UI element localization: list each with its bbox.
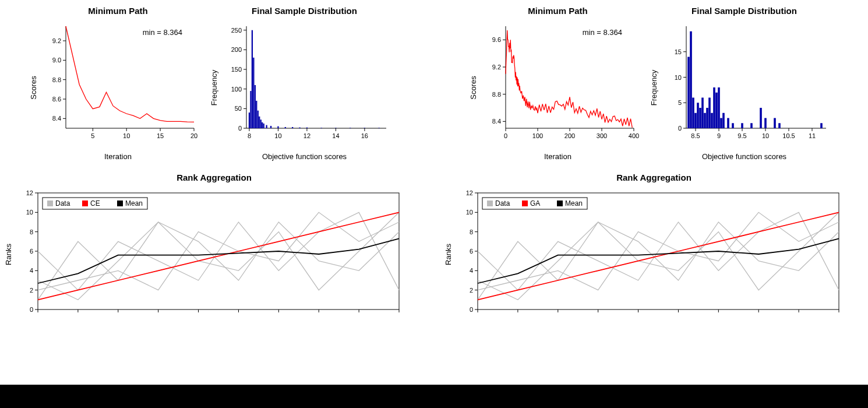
- chart-hist-right: Final Sample Distribution Frequency 8.59…: [657, 6, 832, 161]
- svg-rect-118: [722, 113, 725, 128]
- svg-text:8.4: 8.4: [492, 118, 500, 125]
- svg-rect-56: [292, 127, 293, 128]
- svg-rect-110: [704, 113, 706, 128]
- svg-text:2: 2: [470, 287, 473, 294]
- svg-text:min = 8.364: min = 8.364: [142, 28, 182, 37]
- svg-text:9.6: 9.6: [492, 36, 500, 43]
- svg-rect-59: [320, 128, 322, 128]
- x-axis-label: Iteration: [37, 152, 200, 161]
- svg-text:8.6: 8.6: [52, 96, 61, 103]
- top-left-group: Minimum Path Scores 51015208.48.68.89.09…: [12, 6, 417, 161]
- x-axis-label: Iteration: [477, 152, 640, 161]
- svg-rect-125: [774, 118, 776, 129]
- svg-text:8: 8: [470, 228, 473, 235]
- svg-rect-106: [694, 113, 697, 128]
- svg-rect-46: [256, 101, 257, 128]
- svg-rect-53: [270, 126, 271, 128]
- svg-text:16: 16: [361, 132, 368, 139]
- svg-text:11: 11: [808, 132, 815, 139]
- svg-text:12: 12: [466, 189, 473, 196]
- svg-rect-123: [760, 108, 762, 128]
- svg-text:10: 10: [761, 132, 768, 139]
- chart-title: Minimum Path: [477, 6, 640, 16]
- svg-text:12: 12: [26, 189, 33, 196]
- svg-text:250: 250: [231, 27, 241, 34]
- svg-text:400: 400: [628, 132, 638, 139]
- svg-rect-42: [250, 91, 251, 128]
- svg-rect-111: [706, 108, 708, 128]
- svg-rect-61: [350, 128, 351, 128]
- svg-text:0: 0: [470, 306, 473, 313]
- svg-rect-57: [299, 128, 300, 128]
- svg-text:200: 200: [231, 46, 241, 53]
- svg-text:10: 10: [123, 132, 130, 139]
- chart-title: Final Sample Distribution: [217, 6, 392, 16]
- svg-text:10: 10: [466, 209, 473, 216]
- svg-text:GA: GA: [530, 199, 540, 207]
- svg-text:Data: Data: [495, 199, 510, 207]
- svg-text:8: 8: [247, 132, 250, 139]
- chart-title: Rank Aggregation: [451, 173, 856, 182]
- svg-text:14: 14: [332, 132, 339, 139]
- svg-text:min = 8.364: min = 8.364: [582, 28, 622, 37]
- svg-text:9: 9: [717, 132, 720, 139]
- svg-rect-43: [251, 30, 252, 128]
- svg-text:Mean: Mean: [125, 199, 143, 207]
- chart-title: Rank Aggregation: [12, 173, 417, 182]
- svg-text:5: 5: [678, 99, 681, 106]
- svg-rect-121: [741, 123, 743, 128]
- svg-text:10: 10: [26, 209, 33, 216]
- svg-text:15: 15: [674, 48, 681, 55]
- chart-svg: 810121416050100150200250: [217, 20, 392, 149]
- y-axis-label: Ranks: [444, 244, 453, 265]
- svg-rect-113: [711, 113, 713, 128]
- svg-rect-114: [713, 87, 715, 128]
- chart-svg: 01002003004008.48.89.29.6min = 8.364: [477, 20, 640, 149]
- svg-rect-58: [306, 128, 307, 128]
- chart-rank-agg-right: Rank Aggregation Ranks 024681012DataGAMe…: [451, 173, 856, 327]
- svg-rect-51: [263, 124, 264, 128]
- svg-rect-188: [522, 201, 528, 206]
- svg-rect-105: [692, 98, 694, 129]
- svg-text:0: 0: [238, 125, 241, 132]
- svg-rect-47: [257, 111, 258, 128]
- chart-svg: 024681012DataGAMean: [451, 187, 848, 327]
- chart-title: Final Sample Distribution: [657, 6, 832, 16]
- svg-rect-60: [335, 128, 336, 128]
- svg-text:8: 8: [30, 228, 33, 235]
- svg-rect-48: [259, 117, 260, 128]
- svg-rect-156: [82, 201, 88, 206]
- svg-rect-50: [262, 122, 263, 128]
- chart-svg: 024681012DataCEMean: [12, 187, 408, 327]
- svg-text:9.0: 9.0: [52, 57, 61, 64]
- svg-text:2: 2: [30, 287, 33, 294]
- y-axis-label: Frequency: [209, 70, 218, 105]
- chart-min-path-left: Minimum Path Scores 51015208.48.68.89.09…: [37, 6, 200, 161]
- svg-rect-186: [487, 201, 493, 206]
- svg-text:20: 20: [190, 132, 197, 139]
- svg-rect-54: [277, 126, 278, 128]
- svg-text:10: 10: [674, 74, 681, 81]
- svg-text:6: 6: [470, 248, 473, 255]
- svg-rect-104: [690, 31, 692, 128]
- chart-rank-agg-left: Rank Aggregation Ranks 024681012DataCEMe…: [12, 173, 417, 327]
- svg-rect-117: [720, 118, 722, 129]
- x-axis-label: Objective function scores: [657, 152, 832, 161]
- svg-text:Mean: Mean: [565, 199, 583, 207]
- svg-text:8.8: 8.8: [492, 91, 500, 98]
- svg-rect-63: [378, 128, 379, 128]
- svg-rect-126: [778, 123, 781, 128]
- svg-text:15: 15: [156, 132, 163, 139]
- svg-rect-62: [364, 128, 365, 128]
- svg-rect-158: [117, 201, 123, 206]
- svg-rect-107: [697, 103, 699, 128]
- svg-rect-112: [708, 98, 711, 129]
- svg-text:9.2: 9.2: [52, 37, 61, 44]
- svg-text:9.2: 9.2: [492, 64, 500, 71]
- svg-rect-55: [284, 127, 285, 128]
- svg-rect-108: [699, 108, 701, 128]
- svg-text:300: 300: [596, 132, 606, 139]
- svg-text:200: 200: [564, 132, 574, 139]
- svg-text:0: 0: [30, 306, 33, 313]
- svg-rect-119: [727, 118, 729, 129]
